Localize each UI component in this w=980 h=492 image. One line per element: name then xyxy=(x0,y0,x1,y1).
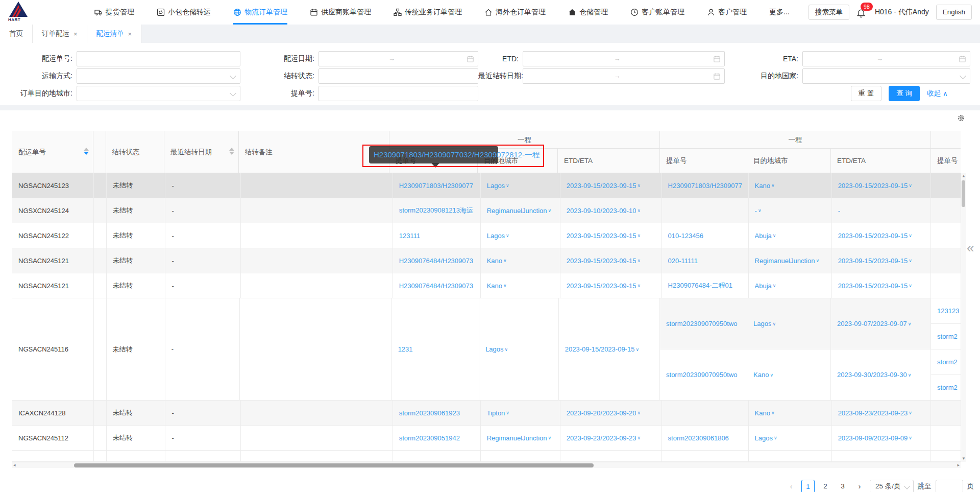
cell-link[interactable]: RegimanuelJunction xyxy=(755,257,815,265)
collapse-panel-handle[interactable]: « xyxy=(967,240,974,255)
cell-link[interactable]: Kano xyxy=(755,409,770,417)
vertical-scrollbar-thumb[interactable] xyxy=(962,180,965,207)
user-name[interactable]: H016 - 代伟Andy xyxy=(875,8,929,17)
cell-link[interactable]: RegimanuelJunction xyxy=(487,434,547,442)
pagination-next-icon[interactable]: › xyxy=(853,482,866,490)
cell-link[interactable]: 2023-09-20/2023-09-20 xyxy=(567,409,636,417)
chevron-down-icon[interactable]: ∨ xyxy=(758,208,762,213)
chevron-down-icon[interactable]: ∨ xyxy=(908,321,912,326)
cell-link[interactable]: 2023-09-30/2023-09-30 xyxy=(837,371,907,379)
cell-link[interactable]: 2023-09-07/2023-09-07 xyxy=(837,320,907,327)
cell-link[interactable]: storm202309061923 xyxy=(399,409,460,417)
page-size-select[interactable]: 25 条/页 xyxy=(870,480,914,492)
cell-link[interactable]: Lagos xyxy=(487,182,505,190)
filter-input[interactable] xyxy=(318,68,478,84)
chevron-down-icon[interactable]: ∨ xyxy=(635,347,639,352)
vertical-scrollbar[interactable]: ▲ ▼ xyxy=(961,173,966,462)
nav-item-更多...[interactable]: 更多... xyxy=(769,0,790,25)
jump-page-input[interactable] xyxy=(936,480,963,492)
chevron-down-icon[interactable]: ∨ xyxy=(506,233,509,238)
header-tooltip-text[interactable]: H2309071803/H2309077032/H2309072812-一程 xyxy=(374,146,540,163)
cell-link[interactable]: H2309076484/H2309073 xyxy=(399,282,473,290)
cell-link[interactable]: 2023-09-15/2023-09-15 xyxy=(838,282,908,290)
table-settings-gear-icon[interactable] xyxy=(957,113,966,123)
search-button[interactable]: 查 询 xyxy=(889,86,920,101)
horizontal-scrollbar-thumb[interactable] xyxy=(74,463,594,467)
chevron-down-icon[interactable]: ∨ xyxy=(637,258,641,263)
horizontal-scrollbar[interactable]: ◂ ▸ xyxy=(12,462,961,468)
cell-link[interactable]: 2023-09-23/2023-09-23 xyxy=(838,409,908,417)
chevron-down-icon[interactable]: ∨ xyxy=(637,183,641,188)
cell-link[interactable]: Kano xyxy=(753,371,769,379)
chevron-down-icon[interactable]: ∨ xyxy=(637,208,641,213)
nav-item-小包仓储转运[interactable]: 小包仓储转运 xyxy=(157,0,211,25)
nav-item-传统业务订单管理[interactable]: 传统业务订单管理 xyxy=(394,0,462,25)
chevron-down-icon[interactable]: ∨ xyxy=(773,233,776,238)
cell-link[interactable]: H2309071803/H2309077 xyxy=(668,182,742,190)
chevron-down-icon[interactable]: ∨ xyxy=(909,183,912,188)
filter-select[interactable] xyxy=(802,68,970,84)
chevron-down-icon[interactable]: ∨ xyxy=(503,258,507,263)
tab-首页[interactable]: 首页 xyxy=(0,25,33,43)
search-menu-button[interactable]: 搜索菜单 xyxy=(808,5,849,20)
cell-link[interactable]: H2309071803/H2309077 xyxy=(399,182,473,190)
cell-link[interactable]: 2023-09-15/2023-09-15 xyxy=(567,232,636,240)
cell-link[interactable]: 123123 xyxy=(937,307,959,315)
cell-link[interactable]: 2023-09-15/2023-09-15 xyxy=(567,257,636,265)
cell-link[interactable]: 2023-09-15/2023-09-15 xyxy=(838,257,908,265)
filter-daterange[interactable]: → xyxy=(523,68,725,84)
cell-link[interactable]: Kano xyxy=(487,257,502,265)
chevron-down-icon[interactable]: ∨ xyxy=(548,435,551,440)
cell-link[interactable]: 2023-09-15/2023-09-15 xyxy=(567,282,636,290)
nav-item-物流订单管理[interactable]: 物流订单管理 xyxy=(233,0,287,25)
cell-link[interactable]: Abuja xyxy=(755,282,772,290)
chevron-down-icon[interactable]: ∨ xyxy=(908,372,912,378)
filter-select[interactable] xyxy=(77,68,240,84)
filter-daterange[interactable]: → xyxy=(523,51,725,66)
cell-link[interactable]: storm2 xyxy=(937,358,958,366)
chevron-down-icon[interactable]: ∨ xyxy=(773,283,776,288)
filter-input[interactable] xyxy=(77,51,240,66)
scroll-up-arrow-icon[interactable]: ▲ xyxy=(961,174,966,179)
cell-link[interactable]: Kano xyxy=(755,182,770,190)
collapse-button[interactable]: 收起∧ xyxy=(927,89,948,98)
filter-select[interactable] xyxy=(77,86,240,101)
chevron-down-icon[interactable]: ∨ xyxy=(909,283,912,288)
cell-link[interactable]: storm202309081213海运 xyxy=(399,206,473,215)
filter-daterange[interactable]: → xyxy=(802,51,970,66)
chevron-down-icon[interactable]: ∨ xyxy=(772,321,776,326)
filter-daterange[interactable]: → xyxy=(318,51,478,66)
pagination-page-2[interactable]: 2 xyxy=(819,480,832,492)
chevron-down-icon[interactable]: ∨ xyxy=(637,435,641,440)
nav-item-供应商账单管理[interactable]: 供应商账单管理 xyxy=(310,0,371,25)
chevron-down-icon[interactable]: ∨ xyxy=(774,435,777,440)
hart-logo[interactable]: HART xyxy=(7,1,36,24)
nav-item-仓储管理[interactable]: 仓储管理 xyxy=(568,0,608,25)
cell-link[interactable]: Lagos xyxy=(487,232,505,240)
cell-link[interactable]: 2023-09-15/2023-09-15 xyxy=(838,232,908,240)
nav-item-海外仓订单管理[interactable]: 海外仓订单管理 xyxy=(484,0,546,25)
chevron-down-icon[interactable]: ∨ xyxy=(637,233,641,238)
reset-button[interactable]: 重 置 xyxy=(851,86,882,101)
cell-link[interactable]: RegimanuelJunction xyxy=(487,207,547,215)
chevron-down-icon[interactable]: ∨ xyxy=(548,208,551,213)
nav-item-客户管理[interactable]: 客户管理 xyxy=(707,0,747,25)
chevron-down-icon[interactable]: ∨ xyxy=(770,372,773,378)
cell-link[interactable]: storm2 xyxy=(937,384,958,391)
chevron-down-icon[interactable]: ∨ xyxy=(909,233,912,238)
cell-link[interactable]: 2023-09-15/2023-09-15 xyxy=(838,182,908,190)
cell-link[interactable]: Abuja xyxy=(755,232,772,240)
cell-link[interactable]: storm202309051942 xyxy=(399,434,460,442)
cell-link[interactable]: Lagos xyxy=(753,320,771,327)
chevron-down-icon[interactable]: ∨ xyxy=(637,283,641,288)
chevron-down-icon[interactable]: ∨ xyxy=(771,410,775,415)
chevron-down-icon[interactable]: ∨ xyxy=(816,258,819,263)
cell-link[interactable]: storm202309070950two xyxy=(666,320,738,327)
cell-link[interactable]: 2023-09-23/2023-09-23 xyxy=(567,434,636,442)
chevron-down-icon[interactable]: ∨ xyxy=(506,410,509,415)
cell-link[interactable]: 010-123456 xyxy=(668,232,703,240)
cell-link[interactable]: storm202309061806 xyxy=(668,434,729,442)
scroll-left-arrow-icon[interactable]: ◂ xyxy=(13,462,16,468)
chevron-down-icon[interactable]: ∨ xyxy=(505,347,508,352)
cell-link[interactable]: storm202309070950two xyxy=(666,371,738,379)
